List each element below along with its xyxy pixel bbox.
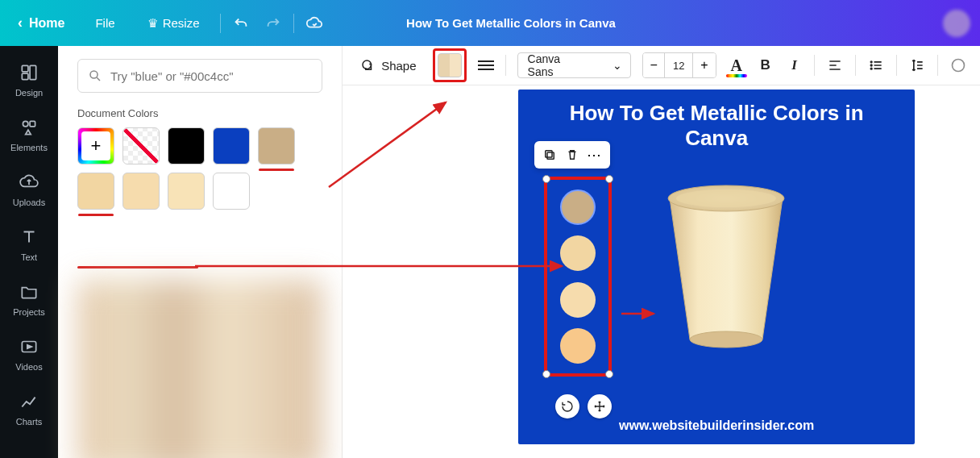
swatch-lightpeach2[interactable] xyxy=(168,173,205,210)
delete-button[interactable] xyxy=(563,146,581,164)
home-button[interactable]: ‹ Home xyxy=(10,9,73,38)
rail-label: Charts xyxy=(16,417,42,427)
resize-handle-nw[interactable] xyxy=(542,175,550,183)
swatch-peach[interactable] xyxy=(77,173,114,210)
svg-point-18 xyxy=(676,189,776,207)
selected-circle-4[interactable] xyxy=(560,328,596,364)
undo-button[interactable] xyxy=(232,15,250,32)
font-select[interactable]: Canva Sans ⌄ xyxy=(517,52,631,78)
more-options-button[interactable]: ⋯ xyxy=(586,146,604,164)
svg-point-12 xyxy=(871,68,873,69)
document-title: How To Get Metallic Colors in Canva xyxy=(406,16,616,30)
rail-elements[interactable]: Elements xyxy=(0,109,58,164)
editor-toolbar: Shape Canva Sans ⌄ − 12 + A B I xyxy=(343,46,980,85)
shape-icon xyxy=(360,58,375,73)
move-button[interactable] xyxy=(588,394,612,418)
svg-rect-15 xyxy=(546,151,552,157)
search-icon xyxy=(88,69,102,83)
rail-videos[interactable]: Videos xyxy=(0,328,58,383)
file-menu[interactable]: File xyxy=(85,9,124,38)
resize-handle-se[interactable] xyxy=(605,370,613,378)
chevron-left-icon: ‹ xyxy=(18,15,23,31)
selected-circle-3[interactable] xyxy=(560,282,596,318)
svg-point-10 xyxy=(871,61,873,63)
font-size-control: − 12 + xyxy=(642,52,716,78)
redo-button[interactable] xyxy=(264,15,282,32)
divider xyxy=(896,55,897,76)
annotation-underline xyxy=(77,266,198,269)
home-label: Home xyxy=(29,16,64,31)
svg-rect-2 xyxy=(22,73,28,80)
rail-label: Uploads xyxy=(13,198,45,207)
user-avatar[interactable] xyxy=(943,10,970,37)
fill-color-chip xyxy=(438,53,462,77)
italic-button[interactable]: I xyxy=(786,56,804,75)
resize-label: Resize xyxy=(163,16,200,30)
divider xyxy=(814,55,815,76)
font-size-value[interactable]: 12 xyxy=(665,53,693,77)
rail-label: Projects xyxy=(13,307,45,317)
resize-handle-ne[interactable] xyxy=(605,175,613,183)
fill-color-button[interactable] xyxy=(433,48,467,82)
list-button[interactable] xyxy=(867,56,885,75)
font-name: Canva Sans xyxy=(528,52,580,78)
rail-text[interactable]: Text xyxy=(0,219,58,273)
divider xyxy=(937,55,938,76)
selected-circle-1[interactable] xyxy=(560,189,596,225)
swatch-add[interactable]: + xyxy=(77,127,114,164)
more-button[interactable] xyxy=(949,56,967,75)
text-color-button[interactable]: A xyxy=(728,56,745,75)
rail-label: Videos xyxy=(15,362,42,372)
border-style-button[interactable] xyxy=(478,60,494,70)
rail-projects[interactable]: Projects xyxy=(0,273,58,328)
selection-toolbar: ⋯ xyxy=(534,141,610,169)
divider xyxy=(220,14,221,33)
cloud-sync-icon[interactable] xyxy=(305,15,323,32)
svg-line-7 xyxy=(329,102,446,187)
doc-colors-heading: Document Colors xyxy=(77,107,322,119)
swatch-white[interactable] xyxy=(213,173,250,210)
swatch-tan[interactable] xyxy=(258,127,295,164)
svg-point-6 xyxy=(90,71,98,78)
font-size-minus[interactable]: − xyxy=(643,53,665,77)
svg-rect-0 xyxy=(22,65,28,72)
font-size-plus[interactable]: + xyxy=(693,53,715,77)
blurred-section xyxy=(77,280,322,458)
rail-uploads[interactable]: Uploads xyxy=(0,164,58,219)
header-right xyxy=(943,10,970,37)
cup-image[interactable] xyxy=(654,178,799,356)
svg-rect-4 xyxy=(30,121,35,127)
swatch-black[interactable] xyxy=(168,127,205,164)
rail-charts[interactable]: Charts xyxy=(0,383,58,438)
swatch-transparent[interactable] xyxy=(122,127,160,164)
shape-label: Shape xyxy=(381,59,416,73)
resize-handle-sw[interactable] xyxy=(542,370,550,378)
duplicate-button[interactable] xyxy=(541,146,559,164)
rail-design[interactable]: Design xyxy=(0,54,58,109)
svg-point-13 xyxy=(953,60,965,72)
swatch-lightpeach1[interactable] xyxy=(122,173,160,210)
selection-box[interactable] xyxy=(544,177,612,377)
color-search[interactable] xyxy=(77,59,322,93)
shape-button[interactable]: Shape xyxy=(355,55,421,76)
svg-rect-1 xyxy=(30,65,36,79)
swatch-blue[interactable] xyxy=(213,127,250,164)
rail-label: Design xyxy=(15,88,43,98)
resize-menu[interactable]: ♛ Resize xyxy=(138,9,210,38)
rotate-button[interactable] xyxy=(555,394,579,418)
design-canvas[interactable]: How To Get Metallic Colors in Canva ⋯ xyxy=(518,90,915,444)
chevron-down-icon: ⌄ xyxy=(612,59,622,72)
spacing-button[interactable] xyxy=(908,56,926,75)
rail-label: Text xyxy=(21,252,37,262)
svg-point-11 xyxy=(871,65,873,66)
canvas-below-controls xyxy=(555,394,612,418)
crown-icon: ♛ xyxy=(147,16,158,31)
svg-rect-14 xyxy=(547,152,554,159)
color-panel: Document Colors + xyxy=(58,46,343,458)
file-label: File xyxy=(95,16,114,30)
search-input[interactable] xyxy=(110,69,312,83)
bold-button[interactable]: B xyxy=(757,56,774,75)
swatch-grid: + xyxy=(77,127,322,210)
align-button[interactable] xyxy=(826,56,844,75)
svg-point-19 xyxy=(690,331,762,348)
